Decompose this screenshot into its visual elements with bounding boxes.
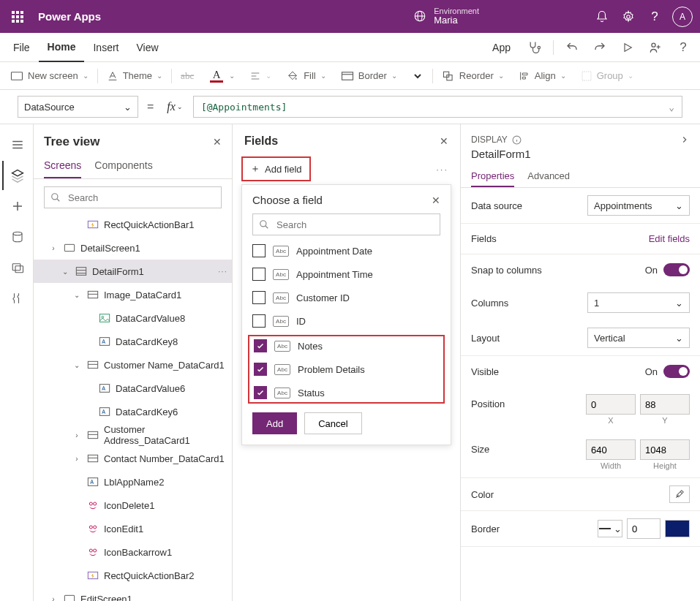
menu-view[interactable]: View <box>127 33 167 62</box>
size-width-input[interactable] <box>586 439 636 460</box>
field-option-checkbox[interactable] <box>252 314 266 328</box>
fields-more-button[interactable]: ··· <box>436 164 448 175</box>
color-picker-button[interactable] <box>669 485 690 503</box>
field-option-checkbox[interactable] <box>254 363 267 376</box>
rail-hamburger-button[interactable] <box>2 130 31 159</box>
fx-button[interactable]: fx⌄ <box>162 100 187 113</box>
strike-button[interactable]: abc <box>175 65 200 87</box>
tree-row-more-button[interactable]: ··· <box>218 266 227 276</box>
field-option-row[interactable]: AbcProblem Details <box>254 363 439 376</box>
field-option-row[interactable]: AbcCustomer ID <box>252 291 440 304</box>
tree-row[interactable]: RectQuickActionBar2 <box>34 564 232 587</box>
undo-button[interactable] <box>560 35 584 60</box>
size-height-input[interactable] <box>640 439 690 460</box>
tree-row[interactable]: DataCardKey6 <box>34 400 232 423</box>
datasource-select[interactable]: Appointments⌄ <box>587 195 690 216</box>
rail-tree-view-button[interactable] <box>2 161 31 190</box>
expand-toggle[interactable]: ⌄ <box>60 268 70 276</box>
position-y-input[interactable] <box>640 394 690 415</box>
play-button[interactable] <box>615 35 640 60</box>
rail-tools-button[interactable] <box>2 284 31 313</box>
tree-row[interactable]: IconDelete1 <box>34 494 232 517</box>
settings-button[interactable] <box>615 4 641 30</box>
add-field-button[interactable]: ＋ Add field <box>246 159 306 178</box>
close-choose-field-button[interactable]: ✕ <box>432 194 440 206</box>
fill-button[interactable]: Fill⌄ <box>280 65 332 87</box>
close-fields-button[interactable]: ✕ <box>440 135 448 147</box>
app-settings-link[interactable]: App <box>483 33 519 62</box>
visible-toggle[interactable] <box>663 365 690 378</box>
tree-row[interactable]: LblAppName2 <box>34 470 232 494</box>
tab-screens[interactable]: Screens <box>44 154 81 178</box>
waffle-menu-button[interactable] <box>3 0 32 33</box>
tree-row[interactable]: ›Customer Address_DataCard1 <box>34 423 232 447</box>
close-tree-button[interactable]: ✕ <box>213 136 222 148</box>
font-color-button[interactable]: A ⌄ <box>203 65 241 87</box>
tree-row[interactable]: ⌄Image_DataCard1 <box>34 283 232 306</box>
border-width-input[interactable] <box>627 518 661 539</box>
border-style-button[interactable]: ⌄ <box>598 520 622 537</box>
rail-data-button[interactable] <box>2 222 31 252</box>
theme-button[interactable]: Theme⌄ <box>101 65 168 87</box>
rail-insert-button[interactable] <box>2 192 31 221</box>
align-text-button[interactable]: ⌄ <box>244 65 277 87</box>
field-option-row[interactable]: AbcID <box>252 314 440 328</box>
field-option-checkbox[interactable] <box>252 291 266 304</box>
field-option-row[interactable]: AbcStatus <box>254 386 439 399</box>
user-avatar[interactable]: A <box>672 7 693 27</box>
environment-picker[interactable]: Environment Maria <box>413 7 479 26</box>
share-button[interactable] <box>643 35 668 60</box>
menu-insert[interactable]: Insert <box>84 33 127 62</box>
expand-toggle[interactable]: ⌄ <box>72 361 82 369</box>
expand-toggle[interactable]: › <box>48 595 59 602</box>
layout-select[interactable]: Vertical⌄ <box>587 328 690 348</box>
help-button-menubar[interactable]: ? <box>671 35 696 60</box>
tab-components[interactable]: Components <box>94 154 152 178</box>
field-option-row[interactable]: AbcNotes <box>254 339 439 352</box>
new-screen-button[interactable]: New screen⌄ <box>4 65 94 87</box>
border-color-swatch[interactable] <box>665 520 690 537</box>
menu-file[interactable]: File <box>4 33 39 62</box>
redo-button[interactable] <box>587 35 612 60</box>
expand-toggle[interactable]: ⌄ <box>72 291 82 299</box>
choose-field-search[interactable] <box>252 213 440 235</box>
align-button[interactable]: Align⌄ <box>513 65 572 87</box>
reorder-button[interactable]: Reorder⌄ <box>436 65 510 87</box>
menu-home[interactable]: Home <box>39 33 85 62</box>
tree-row[interactable]: DataCardKey8 <box>34 330 232 353</box>
rail-media-button[interactable] <box>2 253 31 282</box>
tree-search-input[interactable] <box>44 186 222 208</box>
tab-advanced[interactable]: Advanced <box>527 166 570 187</box>
field-option-checkbox[interactable] <box>252 268 266 281</box>
tree-row[interactable]: ›Contact Number_DataCard1 <box>34 447 232 470</box>
tree-row[interactable]: RectQuickActionBar1 <box>34 213 232 236</box>
tree-row[interactable]: ⌄DetailForm1··· <box>34 260 232 283</box>
app-checker-button[interactable] <box>522 35 547 60</box>
snap-toggle[interactable] <box>663 263 690 276</box>
tree-row[interactable]: IconEdit1 <box>34 517 232 540</box>
field-option-row[interactable]: AbcAppointment Date <box>252 244 440 257</box>
formula-expand-button[interactable]: ⌄ <box>669 102 674 113</box>
field-option-checkbox[interactable] <box>254 386 267 399</box>
edit-fields-link[interactable]: Edit fields <box>649 233 690 244</box>
notifications-button[interactable] <box>589 4 615 30</box>
formula-input[interactable]: [@Appointments] ⌄ <box>193 96 682 118</box>
border-button[interactable]: Border⌄ <box>335 65 403 87</box>
columns-select[interactable]: 1⌄ <box>587 292 690 313</box>
tree-row[interactable]: DataCardValue8 <box>34 306 232 330</box>
tab-properties[interactable]: Properties <box>471 166 514 187</box>
chevron-right-icon[interactable] <box>680 135 690 145</box>
position-x-input[interactable] <box>586 394 636 415</box>
add-button[interactable]: Add <box>252 412 297 434</box>
expand-toggle[interactable]: › <box>72 431 82 439</box>
expand-toggle[interactable]: › <box>48 244 59 252</box>
help-button[interactable]: ? <box>641 4 668 30</box>
tree-row[interactable]: ⌄Customer Name_DataCard1 <box>34 353 232 377</box>
property-dropdown[interactable]: DataSource ⌄ <box>18 96 138 118</box>
tree-row[interactable]: ›DetailScreen1 <box>34 236 232 260</box>
ribbon-overflow-button[interactable] <box>406 65 429 87</box>
cancel-button[interactable]: Cancel <box>304 412 361 434</box>
field-option-checkbox[interactable] <box>254 339 267 352</box>
tree-row[interactable]: ›EditScreen1 <box>34 587 232 601</box>
field-option-row[interactable]: AbcAppointment Time <box>252 268 440 281</box>
